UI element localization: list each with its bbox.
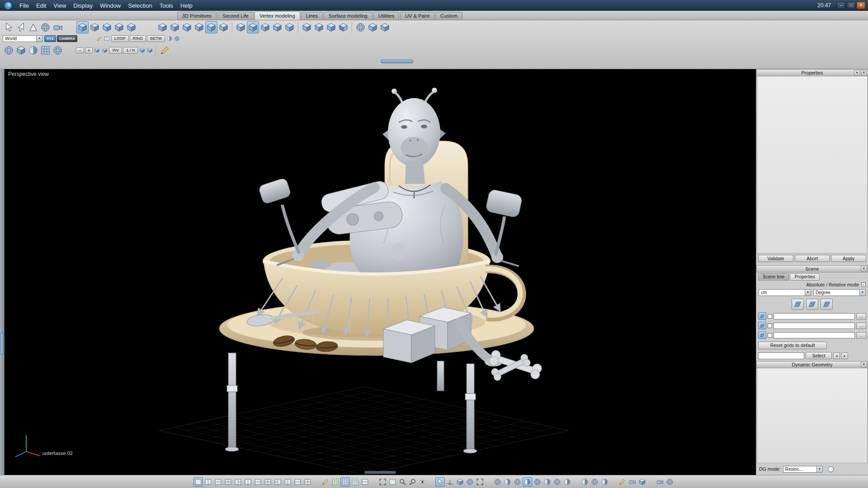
weld-tool-icon[interactable]	[259, 21, 271, 33]
increase-button[interactable]: +	[85, 47, 93, 53]
shadow-toggle-icon[interactable]	[590, 477, 599, 487]
scale-manipulator-icon[interactable]	[465, 477, 475, 487]
tab-3d-primitives[interactable]: 3D Primitives	[177, 12, 217, 20]
abort-button[interactable]: Abort	[795, 255, 830, 262]
layout-single-icon[interactable]	[193, 477, 203, 487]
ambient-toggle-icon[interactable]	[600, 477, 609, 487]
menu-item-display[interactable]: Display	[70, 1, 96, 10]
grid-plane-icon[interactable]	[758, 312, 766, 320]
dissolve-tool-icon[interactable]	[271, 21, 283, 33]
grid-more-button[interactable]: ...	[856, 313, 866, 319]
rotate-manipulator-icon[interactable]	[455, 477, 465, 487]
grid-size-field[interactable]	[774, 332, 855, 338]
camera-axis-button[interactable]: CAMERA	[57, 35, 77, 42]
layout-two-vertical-icon[interactable]	[283, 477, 292, 487]
layout-three-icon[interactable]	[273, 477, 283, 487]
universal-manipulator-icon[interactable]	[475, 477, 485, 487]
menu-item-tools[interactable]: Tools	[156, 1, 177, 10]
menu-item-file[interactable]: File	[16, 1, 33, 10]
material-icon[interactable]	[637, 477, 647, 487]
select-manipulator-icon[interactable]	[435, 477, 445, 487]
light-toggle-icon[interactable]	[580, 477, 590, 487]
vertical-splitter-handle[interactable]	[0, 332, 4, 355]
grid-visible-checkbox[interactable]	[768, 324, 772, 328]
bevel-tool-icon[interactable]	[169, 21, 181, 33]
loop-select-icon[interactable]	[95, 35, 103, 42]
ruler-icon[interactable]	[360, 477, 370, 487]
one-over-n-button[interactable]: 1 / N	[123, 47, 138, 54]
loop-button[interactable]: LOOP	[111, 35, 129, 42]
hidden-line-mode-icon[interactable]	[552, 477, 562, 487]
validate-button[interactable]: Validate	[758, 255, 793, 262]
xyz-axis-button[interactable]: XYZ	[44, 35, 56, 42]
select-faces-mode-icon[interactable]	[101, 21, 113, 33]
symmetry-tool-icon[interactable]	[283, 21, 296, 33]
orbit-tool-icon[interactable]	[39, 21, 52, 33]
pan-tool-icon[interactable]	[27, 21, 39, 33]
ring-button[interactable]: RING	[130, 35, 146, 42]
range-level-icon[interactable]	[101, 47, 108, 54]
grid-visible-checkbox[interactable]	[768, 314, 772, 319]
menu-item-window[interactable]: Window	[96, 1, 124, 10]
viewport-bottom-handle[interactable]	[364, 471, 396, 474]
subdivision-icon[interactable]	[52, 44, 64, 56]
dg-mode-select[interactable]: Restric...	[783, 466, 823, 473]
tab-vertex-modeling[interactable]: Vertex modeling	[255, 11, 300, 20]
tab-scene-properties[interactable]: Properties	[790, 273, 820, 281]
transparent-mode-icon[interactable]	[542, 477, 552, 487]
snap-grid-icon[interactable]	[330, 477, 340, 487]
close-button[interactable]: ✕	[857, 2, 865, 9]
absolute-relative-mode-checkbox[interactable]	[861, 282, 866, 287]
grid-plane-icon[interactable]	[758, 322, 766, 329]
paint-selection-icon[interactable]	[15, 44, 27, 56]
camera-home-icon[interactable]	[52, 21, 64, 33]
layout-two-vertical-icon[interactable]	[243, 477, 253, 487]
wireframe-mode-icon[interactable]	[493, 477, 502, 487]
horizontal-splitter-handle[interactable]	[381, 60, 413, 63]
thickness-tool-icon[interactable]	[313, 21, 325, 33]
sweep-tool-icon[interactable]	[205, 21, 217, 33]
backface-mode-icon[interactable]	[562, 477, 572, 487]
textured-mode-icon[interactable]	[533, 477, 542, 487]
slice-tool-icon[interactable]	[247, 21, 259, 33]
visibility-icon[interactable]	[418, 477, 427, 487]
menu-item-selection[interactable]: Selection	[124, 1, 156, 10]
shaded-wire-mode-icon[interactable]	[523, 477, 532, 487]
panel-close-icon[interactable]: ✕	[861, 266, 867, 272]
flat-shade-mode-icon[interactable]	[503, 477, 512, 487]
shrink-selection-icon[interactable]	[173, 35, 181, 42]
pin-tool-icon[interactable]	[367, 21, 379, 33]
chamfer-tool-icon[interactable]	[301, 21, 313, 33]
invert-button[interactable]: INV	[109, 47, 122, 54]
grid-more-button[interactable]: ...	[856, 332, 866, 338]
menu-item-edit[interactable]: Edit	[33, 1, 50, 10]
tab-second-life[interactable]: Second Life	[217, 12, 254, 20]
falloff-icon[interactable]	[27, 44, 39, 56]
grow-selection-icon[interactable]	[165, 35, 173, 42]
select-area-mode-icon[interactable]	[125, 21, 137, 33]
show-grid-icon[interactable]	[340, 477, 350, 487]
zoom-out-icon[interactable]	[408, 477, 417, 487]
smooth-level-icon[interactable]	[93, 47, 101, 54]
soft-selection-icon[interactable]	[3, 44, 15, 56]
panel-close-icon[interactable]: ✕	[861, 362, 867, 367]
scene-panel-header[interactable]: Scene ✕	[756, 265, 868, 272]
world-space-select[interactable]: World	[3, 35, 42, 42]
menu-item-help[interactable]: Help	[177, 1, 196, 10]
dg-color-swatch[interactable]	[828, 466, 834, 472]
camera-view-icon[interactable]	[627, 477, 637, 487]
snap-points-icon[interactable]	[350, 477, 360, 487]
grid-plane-icon[interactable]	[758, 331, 766, 339]
tab-utilities[interactable]: Utilities	[373, 12, 399, 20]
decrease-button[interactable]: –	[76, 47, 84, 53]
select-tool-icon[interactable]	[3, 21, 15, 33]
perspective-viewport[interactable]: Perspective view	[5, 69, 756, 475]
move-manipulator-icon[interactable]	[445, 477, 455, 487]
bridge-tool-icon[interactable]	[181, 21, 193, 33]
weight-b-icon[interactable]	[146, 47, 154, 54]
ring-select-icon[interactable]	[103, 35, 111, 42]
properties-panel-header[interactable]: Properties ▾ ✕	[756, 69, 868, 76]
layout-two-horizontal-icon[interactable]	[213, 477, 223, 487]
panel-collapse-icon[interactable]: ▾	[854, 70, 860, 75]
object-search-input[interactable]	[758, 352, 804, 359]
